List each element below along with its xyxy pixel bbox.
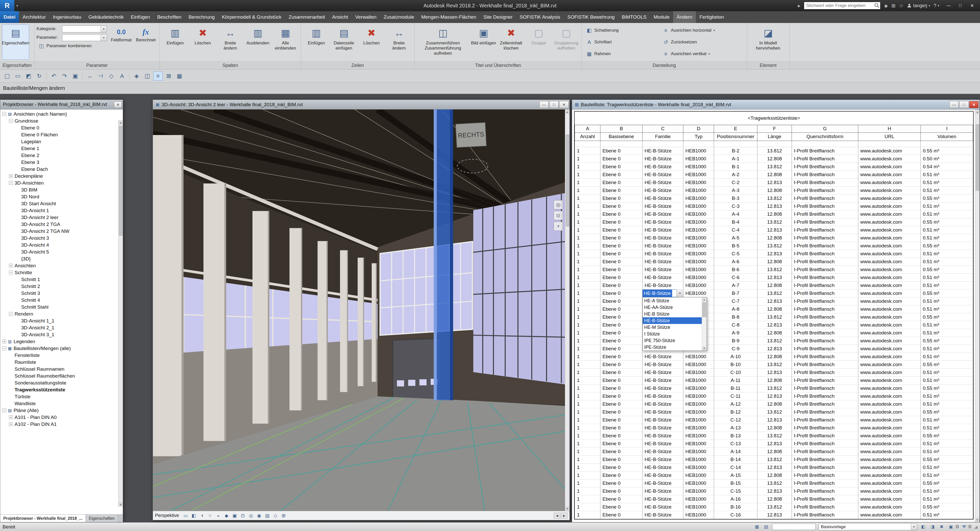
schedule-cell[interactable]: 0.51 m³ — [921, 178, 973, 186]
schedule-cell[interactable]: HEB1000 — [683, 194, 714, 202]
in-modell-hervorheben-button[interactable]: ◪ In Modell hervorheben — [749, 24, 787, 60]
schedule-cell[interactable]: 13.812 — [757, 384, 792, 392]
schedule-cell[interactable]: 1 — [575, 202, 600, 210]
tree-item-ebene-3[interactable]: Ebene 3 — [0, 159, 123, 166]
schedule-cell[interactable]: 0.55 m³ — [921, 432, 973, 440]
schedule-cell[interactable]: www.autodesk.com — [858, 463, 921, 471]
schedule-cell[interactable]: 13.812 — [757, 432, 792, 440]
thin-lines-icon[interactable]: ≡ — [153, 72, 162, 81]
schedule-cell[interactable]: Ebene 0 — [600, 250, 643, 258]
schedule-cell[interactable]: www.autodesk.com — [858, 408, 921, 416]
schedule-cell[interactable]: HEB1000 — [683, 479, 714, 487]
schedule-cell[interactable]: C-9 — [714, 345, 757, 353]
schedule-cell[interactable]: 0.51 m³ — [921, 258, 973, 266]
sync-with-central-icon[interactable]: ↻ — [35, 72, 44, 81]
schedule-cell[interactable]: I-Profil Breitflansch — [792, 345, 858, 353]
schedule-cell[interactable]: I-Profil Breitflansch — [792, 258, 858, 266]
editable-only-icon[interactable]: ◧ — [920, 524, 926, 530]
schedule-cell[interactable]: HEB1000 — [683, 273, 714, 281]
schedule-cell[interactable]: 13.812 — [757, 313, 792, 321]
schedule-cell[interactable]: 0.51 m³ — [921, 368, 973, 376]
column-letter-C[interactable]: C — [643, 125, 683, 132]
schedule-cell[interactable]: Ebene 0 — [600, 416, 643, 424]
schedule-cell[interactable]: HEB1000 — [683, 266, 714, 273]
schedule-cell[interactable]: HE-B-Stütze — [643, 178, 683, 186]
schedule-cell[interactable]: 12.813 — [757, 202, 792, 210]
schedule-cell[interactable]: 1 — [575, 448, 600, 455]
dropdown-option[interactable]: HE-B Stütze — [643, 311, 702, 317]
schedule-cell[interactable]: www.autodesk.com — [858, 194, 921, 202]
tab-projektbrowser[interactable]: Projektbrowser - Werkhalle final_2018_..… — [0, 515, 86, 522]
schedule-cell[interactable]: Ebene 0 — [600, 321, 643, 329]
column-header-typ[interactable]: Typ — [683, 132, 714, 141]
scroll-down-icon[interactable]: ▼ — [975, 517, 980, 522]
schedule-cell[interactable]: www.autodesk.com — [858, 337, 921, 345]
tree-item-tragwerksstuetzenliste[interactable]: Tragwerksstützenliste — [0, 386, 123, 393]
schedule-cell[interactable]: B-5 — [714, 242, 757, 250]
schedule-cell[interactable]: www.autodesk.com — [858, 170, 921, 178]
schedule-cell[interactable]: B-15 — [714, 479, 757, 487]
chevron-down-icon[interactable]: ▾ — [100, 35, 107, 41]
schedule-cell[interactable]: B-9 — [714, 337, 757, 345]
schedule-cell[interactable]: 12.808 — [757, 495, 792, 503]
schedule-cell[interactable]: 1 — [575, 384, 600, 392]
schedule-cell[interactable]: 1 — [575, 463, 600, 471]
measure-icon[interactable]: ↔ — [85, 72, 94, 81]
schedule-cell[interactable]: 0.51 m³ — [921, 376, 973, 384]
schedule-cell[interactable]: 1 — [575, 281, 600, 289]
scrollbar-thumb[interactable] — [702, 302, 706, 317]
schedule-cell[interactable]: HEB1000 — [683, 218, 714, 226]
save-icon[interactable]: ◩ — [24, 72, 33, 81]
tree-item-ebene-dach[interactable]: Ebene Dach — [0, 166, 123, 173]
schedule-cell[interactable]: 0.51 m³ — [921, 448, 973, 455]
ribbon-button-schattierung[interactable]: ◧Schattierung — [584, 25, 660, 36]
schedule-cell[interactable]: I-Profil Breitflansch — [792, 424, 858, 432]
ribbon-tab-zusammenarbeit[interactable]: Zusammenarbeit — [285, 11, 329, 23]
expander-minus-icon[interactable]: − — [2, 112, 6, 116]
schedule-cell[interactable]: 12.813 — [757, 178, 792, 186]
schedule-cell[interactable]: C-10 — [714, 368, 757, 376]
print-icon[interactable]: ▣ — [71, 72, 80, 81]
tree-item-3d-ansicht-2-tga[interactable]: 3D-Ansicht 2 TGA — [0, 221, 123, 228]
schedule-cell[interactable]: HEB1000 — [683, 242, 714, 250]
schedule-cell[interactable]: 12.808 — [757, 471, 792, 479]
reveal-hidden-elements-icon[interactable]: ◉ — [256, 512, 262, 519]
schedule-cell[interactable]: B-10 — [714, 361, 757, 368]
schedule-cell[interactable]: B-8 — [714, 313, 757, 321]
schedule-cell[interactable]: www.autodesk.com — [858, 392, 921, 400]
selection-counter[interactable]: ▣ :0 — [948, 524, 959, 530]
schedule-cell[interactable]: Ebene 0 — [600, 281, 643, 289]
column-header-basisebene[interactable]: Basisebene — [600, 132, 643, 141]
schedule-cell[interactable]: 0.51 m³ — [921, 345, 973, 353]
schedule-cell[interactable]: Ebene 0 — [600, 503, 643, 511]
schedule-cell[interactable]: HE-B-Stütze — [643, 479, 683, 487]
schedule-cell[interactable]: 1 — [575, 440, 600, 448]
schedule-cell[interactable]: I-Profil Breitflansch — [792, 210, 858, 218]
schedule-cell[interactable]: 1 — [575, 155, 600, 163]
berechnet-button[interactable]: fx Berechnet — [134, 24, 158, 51]
zusammenfuehren-button[interactable]: ◫ Zusammenführen Zusammenführung aufhebe… — [417, 24, 469, 60]
schedule-cell[interactable]: 0.51 m³ — [921, 202, 973, 210]
schedule-cell[interactable]: Ebene 0 — [600, 226, 643, 234]
tree-item-3d-ansichten[interactable]: −3D-Ansichten — [0, 180, 123, 186]
project-browser-titlebar[interactable]: Projektbrowser - Werkhalle final_2018_in… — [0, 100, 123, 110]
schedule-cell[interactable]: HE-B-Stütze — [643, 242, 683, 250]
3d-window-titlebar[interactable]: ▣ 3D-Ansicht: 3D-Ansicht 2 leer - Werkha… — [153, 100, 570, 110]
schedule-cell[interactable]: A-1 — [714, 155, 757, 163]
tree-item-rendern[interactable]: −Rendern — [0, 310, 123, 317]
tree-item-3d-nord[interactable]: 3D Nord — [0, 193, 123, 200]
schedule-cell[interactable]: www.autodesk.com — [858, 448, 921, 455]
pan-icon[interactable]: + — [554, 222, 563, 231]
parameter-kombinieren-button[interactable]: ◫ Parameter kombinieren — [37, 42, 107, 50]
window-close-button[interactable]: ✕ — [559, 101, 568, 108]
schedule-cell[interactable]: HE-B-Stütze — [643, 392, 683, 400]
schedule-cell[interactable]: I-Profil Breitflansch — [792, 163, 858, 170]
expander-plus-icon[interactable]: + — [9, 415, 13, 419]
column-header-url[interactable]: URL — [858, 132, 921, 141]
schedule-cell[interactable]: www.autodesk.com — [858, 376, 921, 384]
schedule-cell[interactable]: Ebene 0 — [600, 297, 643, 305]
schedule-cell[interactable]: www.autodesk.com — [858, 155, 921, 163]
window-maximize-button[interactable]: □ — [549, 101, 558, 108]
schedule-cell[interactable]: B-16 — [714, 503, 757, 511]
3d-scene[interactable]: RECHTS — [153, 110, 565, 511]
